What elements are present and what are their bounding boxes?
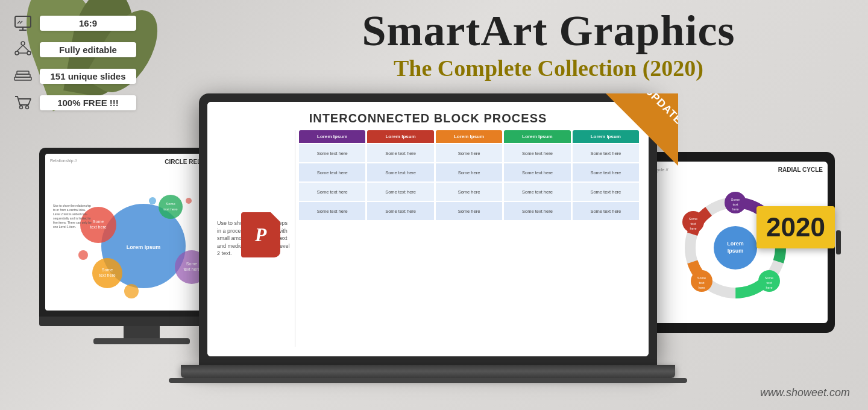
svg-text:Some: Some [186,262,197,266]
monitor-stand-neck [124,326,160,338]
svg-point-34 [149,197,156,204]
layers-icon [12,65,34,87]
block-cell-4-4: Some text here [504,202,570,220]
main-title: SmartArt Graphics [253,9,844,52]
svg-text:Some: Some [731,198,740,201]
title-section: SmartArt Graphics The Complete Collectio… [253,9,844,81]
updated-ribbon: UPDATED [606,93,678,166]
svg-text:text: text [733,203,738,206]
block-header-3: Lorem Ipsum [436,130,502,143]
slides-badge: 151 unique slides [40,69,136,84]
svg-line-4 [20,21,22,24]
svg-text:text: text [699,281,705,285]
svg-text:Lorem Ipsum: Lorem Ipsum [127,244,161,250]
info-item-editable: Fully editable [12,39,136,60]
block-cell-3-4: Some here [436,202,502,220]
block-columns: Lorem Ipsum Some text here Some text her… [299,130,639,347]
block-cell-4-2: Some text here [504,163,570,181]
svg-text:text: text [767,281,772,285]
block-cell-2-3: Some text here [367,183,433,201]
badge-2020: 2020 [756,206,835,248]
ppt-letter: P [255,224,267,246]
badge-2020-text: 2020 [766,212,825,242]
svg-point-33 [186,198,192,204]
svg-text:Some: Some [166,202,175,206]
ppt-icon-shape: P [241,212,280,257]
block-col-1: Lorem Ipsum Some text here Some text her… [299,130,365,220]
block-cell-3-2: Some here [436,163,502,181]
sub-title: The Complete Collection (2020) [253,55,844,81]
svg-rect-13 [17,71,29,74]
monitor-stand-base [93,338,190,344]
info-item-free: 100% FREE !!! [12,92,136,113]
circle-tag: Relationship // [50,159,77,165]
radial-header: Cycle // RADIAL CYCLE [654,166,823,173]
laptop-base [181,365,675,378]
slide-title: INTERCONNECTED BLOCK PROCESS [207,102,649,130]
laptop-foot [169,378,687,383]
svg-text:text here: text here [163,207,178,211]
svg-point-6 [15,51,19,55]
svg-line-9 [23,45,29,51]
svg-point-7 [27,51,31,55]
svg-text:Some: Some [697,276,706,280]
ppt-icon-fold [271,212,280,222]
block-header-2: Lorem Ipsum [367,130,433,143]
svg-text:here: here [732,207,738,211]
svg-point-5 [21,42,25,45]
block-cell-4-1: Some text here [504,144,570,162]
block-cell-3-3: Some here [436,183,502,201]
block-cell-1-1: Some text here [299,144,365,162]
block-cell-5-4: Some text here [573,202,639,220]
svg-point-24 [159,195,183,219]
website-url: www.showeet.com [760,386,850,399]
tablet-home-button[interactable] [836,230,841,254]
svg-text:Some: Some [102,268,113,272]
cart-icon [12,92,34,113]
svg-text:text here: text here [99,273,115,277]
svg-line-8 [17,45,23,51]
block-cell-2-2: Some text here [367,163,433,181]
info-section: 16:9 Fully editable 151 unique slides [12,12,136,113]
block-cell-5-3: Some text here [573,183,639,201]
svg-text:Some: Some [689,217,697,221]
svg-text:Ipsum: Ipsum [728,248,744,254]
block-header-4: Lorem Ipsum [504,130,570,143]
svg-text:Some: Some [93,219,104,224]
block-col-3: Lorem Ipsum Some here Some here Some her… [436,130,502,220]
svg-rect-0 [15,16,31,27]
info-item-slides: 151 unique slides [12,65,136,87]
svg-text:text here: text here [90,225,106,229]
ppt-icon: P [241,212,283,260]
svg-point-31 [124,284,139,298]
radial-title: RADIAL CYCLE [778,166,823,173]
block-cell-1-4: Some text here [299,202,365,220]
free-badge: 100% FREE !!! [40,95,136,110]
block-header-1: Lorem Ipsum [299,130,365,143]
block-cell-4-3: Some text here [504,183,570,201]
svg-text:here: here [690,227,696,230]
editable-badge: Fully editable [40,42,136,57]
svg-text:Some: Some [765,276,773,280]
block-cell-1-2: Some text here [299,163,365,181]
info-item-ratio: 16:9 [12,12,136,34]
svg-point-15 [26,106,29,109]
block-col-2: Lorem Ipsum Some text here Some text her… [367,130,433,220]
svg-line-3 [17,21,20,24]
block-cell-3-1: Some here [436,144,502,162]
block-cell-2-1: Some text here [367,144,433,162]
block-cell-2-4: Some text here [367,202,433,220]
monitor-icon [12,12,34,34]
ratio-badge: 16:9 [40,16,136,31]
block-cell-5-2: Some text here [573,163,639,181]
svg-point-14 [20,106,23,109]
block-cell-1-3: Some text here [299,183,365,201]
svg-text:here: here [698,286,705,289]
svg-text:here: here [766,286,772,289]
svg-text:text here: text here [183,267,200,271]
block-col-4: Lorem Ipsum Some text here Some text her… [504,130,570,220]
svg-text:text: text [691,222,696,226]
svg-text:Lorem: Lorem [727,241,744,247]
nodes-icon [12,39,34,60]
